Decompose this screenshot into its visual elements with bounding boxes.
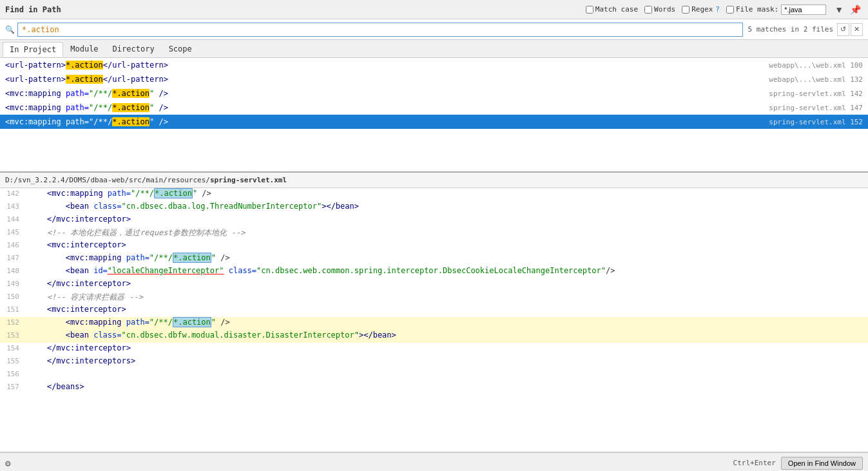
search-input[interactable]	[17, 23, 743, 37]
result-text: <url-pattern>*.action</url-pattern>	[5, 75, 769, 84]
line-content: <mvc:interceptor>	[26, 240, 868, 250]
open-find-window-button[interactable]: Open in Find Window	[781, 457, 863, 470]
line-number: 142	[0, 188, 26, 198]
settings-icon[interactable]: ⚙	[5, 458, 10, 468]
code-line-highlighted: 153 <bean class="cn.dbsec.dbfw.modual.di…	[0, 330, 868, 343]
line-number: 148	[0, 265, 26, 275]
line-number: 145	[0, 227, 26, 236]
file-path-prefix: D:/svn_3.2.2.4/DOMS/dbaa-web/src/main/re…	[5, 176, 210, 184]
line-number: 146	[0, 240, 26, 249]
search-status: 5 matches in 2 files	[748, 25, 833, 34]
result-row[interactable]: <url-pattern>*.action</url-pattern> weba…	[0, 58, 868, 72]
file-path-name: spring-servlet.xml	[210, 176, 287, 184]
tabs-bar: In Project Module Directory Scope	[0, 40, 868, 58]
line-number: 155	[0, 356, 26, 365]
code-line: 154 </mvc:interceptor>	[0, 343, 868, 356]
line-number: 147	[0, 253, 26, 262]
result-file: webapp\...\web.xml 100	[769, 61, 863, 70]
result-row[interactable]: <url-pattern>*.action</url-pattern> weba…	[0, 72, 868, 86]
code-line: 150 <!-- 容灾请求拦截器 -->	[0, 291, 868, 304]
line-number: 150	[0, 291, 26, 301]
file-mask-text: File mask:	[736, 5, 778, 14]
words-label: Words	[654, 5, 675, 14]
file-path-bar: D:/svn_3.2.2.4/DOMS/dbaa-web/src/main/re…	[0, 173, 868, 188]
tab-directory[interactable]: Directory	[106, 41, 162, 56]
code-panel[interactable]: 142 <mvc:mapping path="/**/*.action" /> …	[0, 188, 868, 452]
toolbar: Find in Path Match case Words Regex ? Fi…	[0, 0, 868, 19]
pin-icon-btn[interactable]: 📌	[848, 4, 863, 15]
code-line: 143 <bean class="cn.dbsec.dbaa.log.Threa…	[0, 201, 868, 214]
code-line: 148 <bean id="localeChangeInterceptor" c…	[0, 265, 868, 278]
bottom-bar: ⚙ Ctrl+Enter Open in Find Window	[0, 452, 868, 471]
result-text: <mvc:mapping path="/**/*.action" />	[5, 117, 769, 126]
code-line: 147 <mvc:mapping path="/**/*.action" />	[0, 253, 868, 265]
bottom-bar-left: ⚙	[5, 458, 10, 468]
line-content: </mvc:interceptor>	[26, 343, 868, 353]
file-mask-label: File mask:	[726, 5, 778, 14]
code-line: 149 </mvc:interceptor>	[0, 278, 868, 291]
tab-in-project[interactable]: In Project	[3, 42, 63, 57]
result-row[interactable]: <mvc:mapping path="/**/*.action" /> spri…	[0, 86, 868, 101]
words-option[interactable]: Words	[644, 5, 675, 14]
search-refresh-btn[interactable]: ↺	[837, 23, 849, 36]
code-line: 142 <mvc:mapping path="/**/*.action" />	[0, 188, 868, 201]
regex-option[interactable]: Regex ?	[682, 5, 720, 14]
line-number: 154	[0, 343, 26, 352]
result-file: spring-servlet.xml 147	[769, 104, 863, 112]
results-panel: <url-pattern>*.action</url-pattern> weba…	[0, 58, 868, 173]
toolbar-icons: ▼ 📌	[833, 4, 863, 15]
result-file: spring-servlet.xml 152	[769, 118, 863, 126]
line-content: <bean id="localeChangeInterceptor" class…	[26, 265, 868, 276]
line-number: 143	[0, 201, 26, 211]
file-mask-input[interactable]	[781, 5, 826, 15]
code-line: 155 </mvc:interceptors>	[0, 356, 868, 369]
file-mask-checkbox[interactable]	[726, 6, 734, 14]
line-content: <mvc:mapping path="/**/*.action" />	[26, 317, 868, 327]
file-mask-container: File mask:	[726, 5, 826, 15]
toolbar-title: Find in Path	[5, 5, 61, 14]
line-content	[26, 369, 868, 370]
bottom-bar-right: Ctrl+Enter Open in Find Window	[733, 457, 863, 470]
regex-help[interactable]: ?	[715, 5, 720, 14]
match-case-option[interactable]: Match case	[586, 5, 638, 14]
line-content: </mvc:interceptors>	[26, 356, 868, 366]
code-line: 145 <!-- 本地化拦截器，通过request参数控制本地化 -->	[0, 227, 868, 240]
line-content: <mvc:interceptor>	[26, 304, 868, 314]
filter-icon-btn[interactable]: ▼	[833, 4, 845, 15]
words-checkbox[interactable]	[644, 6, 652, 14]
code-line: 157 </beans>	[0, 381, 868, 394]
code-line-highlighted: 152 <mvc:mapping path="/**/*.action" />	[0, 317, 868, 330]
tab-scope[interactable]: Scope	[162, 41, 199, 56]
regex-checkbox[interactable]	[682, 6, 690, 14]
line-number: 144	[0, 214, 26, 224]
result-text: <mvc:mapping path="/**/*.action" />	[5, 103, 769, 112]
regex-label: Regex	[691, 5, 713, 14]
search-close-btn[interactable]: ✕	[851, 23, 863, 36]
code-line: 146 <mvc:interceptor>	[0, 240, 868, 253]
line-content: </mvc:interceptor>	[26, 278, 868, 289]
search-icon: 🔍	[5, 25, 15, 34]
result-row-selected[interactable]: <mvc:mapping path="/**/*.action" /> spri…	[0, 115, 868, 129]
search-nav-btns: ↺ ✕	[837, 23, 863, 36]
result-file: spring-servlet.xml 142	[769, 90, 863, 98]
search-bar: 🔍 5 matches in 2 files ↺ ✕	[0, 19, 868, 40]
result-text: <url-pattern>*.action</url-pattern>	[5, 61, 769, 70]
toolbar-right: Match case Words Regex ? File mask: ▼ 📌	[586, 4, 863, 15]
line-number: 152	[0, 317, 26, 327]
result-file: webapp\...\web.xml 132	[769, 75, 863, 84]
line-content: <!-- 容灾请求拦截器 -->	[26, 291, 868, 303]
line-content: <bean class="cn.dbsec.dbfw.modual.disast…	[26, 330, 868, 340]
line-number: 156	[0, 369, 26, 378]
result-row[interactable]: <mvc:mapping path="/**/*.action" /> spri…	[0, 101, 868, 115]
tab-module[interactable]: Module	[63, 41, 105, 56]
line-number: 157	[0, 381, 26, 391]
line-number: 149	[0, 278, 26, 288]
line-content: </beans>	[26, 381, 868, 392]
code-line: 144 </mvc:interceptor>	[0, 214, 868, 227]
code-line: 151 <mvc:interceptor>	[0, 304, 868, 317]
shortcut-hint: Ctrl+Enter	[733, 459, 776, 467]
line-content: <mvc:mapping path="/**/*.action" />	[26, 188, 868, 198]
line-number: 151	[0, 304, 26, 314]
result-text: <mvc:mapping path="/**/*.action" />	[5, 89, 769, 98]
match-case-checkbox[interactable]	[586, 6, 593, 14]
